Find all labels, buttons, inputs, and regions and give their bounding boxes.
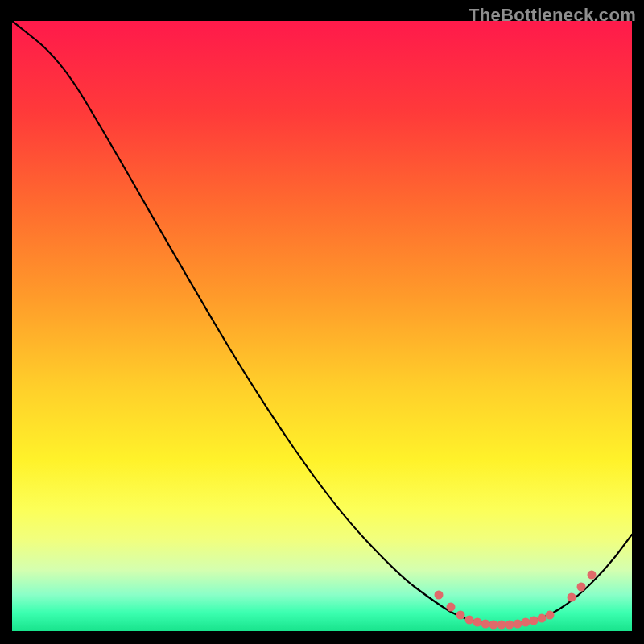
- chart-svg: [12, 21, 632, 631]
- curve-marker: [497, 621, 506, 630]
- curve-marker: [506, 621, 514, 630]
- curve-marker: [456, 611, 465, 620]
- curve-marker: [546, 611, 555, 620]
- curve-marker: [522, 618, 530, 627]
- curve-marker: [473, 618, 482, 627]
- curve-marker: [577, 583, 586, 592]
- attribution-text: TheBottleneck.com: [469, 5, 636, 26]
- chart-background: [12, 21, 632, 631]
- curve-marker: [447, 603, 456, 612]
- curve-marker: [588, 571, 597, 580]
- chart-frame: TheBottleneck.com: [0, 0, 644, 644]
- plot-area: [12, 21, 632, 631]
- curve-marker: [568, 593, 576, 602]
- curve-marker: [538, 614, 547, 623]
- curve-marker: [481, 620, 490, 629]
- curve-marker: [530, 617, 539, 625]
- curve-marker: [435, 591, 444, 600]
- curve-marker: [465, 616, 474, 625]
- curve-marker: [514, 620, 522, 629]
- curve-marker: [489, 621, 498, 630]
